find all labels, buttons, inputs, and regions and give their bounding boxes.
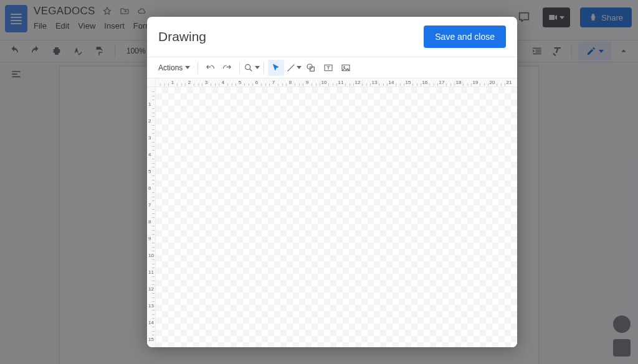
ruler-v-tick: 1 (148, 101, 151, 107)
zoom-dropdown[interactable] (244, 60, 260, 76)
image-tool[interactable] (338, 60, 354, 76)
drawing-modal: Drawing Save and close Actions 1234 (147, 17, 517, 347)
svg-point-0 (245, 64, 250, 69)
ruler-v-tick: 13 (148, 303, 154, 309)
ruler-h-tick: 14 (388, 80, 395, 85)
ruler-h-tick: 19 (472, 80, 479, 85)
ruler-v-tick: 9 (148, 236, 151, 241)
ruler-h-tick: 11 (337, 80, 345, 85)
ruler-h-tick: 1 (169, 80, 176, 85)
ruler-v-tick: 3 (148, 135, 151, 141)
shape-tool[interactable] (303, 60, 319, 76)
ruler-v-tick: 7 (148, 202, 151, 208)
drawing-canvas[interactable] (156, 87, 517, 347)
ruler-h-tick: 9 (303, 80, 311, 85)
ruler-h-tick: 6 (253, 80, 260, 85)
svg-point-5 (344, 66, 345, 67)
ruler-v-tick: 15 (148, 337, 154, 342)
save-and-close-button[interactable]: Save and close (424, 26, 506, 48)
ruler-h-tick: 12 (354, 80, 361, 85)
undo-button[interactable] (202, 60, 218, 76)
ruler-h-tick: 16 (421, 80, 429, 85)
ruler-h-tick: 13 (371, 80, 378, 85)
select-tool[interactable] (268, 60, 284, 76)
ruler-v-tick: 10 (148, 253, 154, 258)
ruler-v-tick: 14 (148, 320, 154, 325)
ruler-h-tick: 18 (455, 80, 462, 85)
ruler-v-tick: 4 (148, 152, 151, 157)
ruler-h-tick: 20 (488, 80, 496, 85)
ruler-h-tick: 2 (186, 80, 193, 85)
ruler-h-tick: 5 (236, 80, 244, 85)
ruler-v-tick: 5 (148, 169, 151, 174)
ruler-v-tick: 12 (148, 286, 154, 292)
ruler-v-tick: 11 (148, 269, 154, 275)
svg-point-1 (307, 64, 312, 69)
modal-title: Drawing (158, 29, 206, 44)
drawing-toolbar: Actions (147, 57, 517, 78)
ruler-h-tick: 3 (202, 80, 210, 85)
ruler-h-tick: 10 (320, 80, 328, 85)
ruler-h-tick: 21 (505, 80, 513, 85)
horizontal-ruler[interactable]: 123456789101112131415161718192021 (156, 78, 517, 87)
ruler-v-tick: 6 (148, 185, 151, 191)
ruler-v-tick: 2 (148, 118, 151, 124)
redo-button[interactable] (219, 60, 236, 76)
drawing-canvas-wrap: 123456789101112131415161718192021 123456… (147, 78, 517, 347)
ruler-v-tick: 8 (148, 219, 151, 225)
textbox-tool[interactable] (320, 60, 336, 76)
ruler-corner (147, 78, 156, 87)
actions-dropdown[interactable]: Actions (155, 60, 194, 75)
ruler-h-tick: 15 (404, 80, 412, 85)
ruler-h-tick: 7 (270, 80, 277, 85)
line-tool[interactable] (285, 60, 302, 76)
ruler-h-tick: 8 (287, 80, 294, 85)
vertical-ruler[interactable]: 123456789101112131415 (147, 87, 156, 347)
ruler-h-tick: 4 (219, 80, 227, 85)
ruler-h-tick: 17 (438, 80, 445, 85)
modal-header: Drawing Save and close (147, 17, 517, 57)
